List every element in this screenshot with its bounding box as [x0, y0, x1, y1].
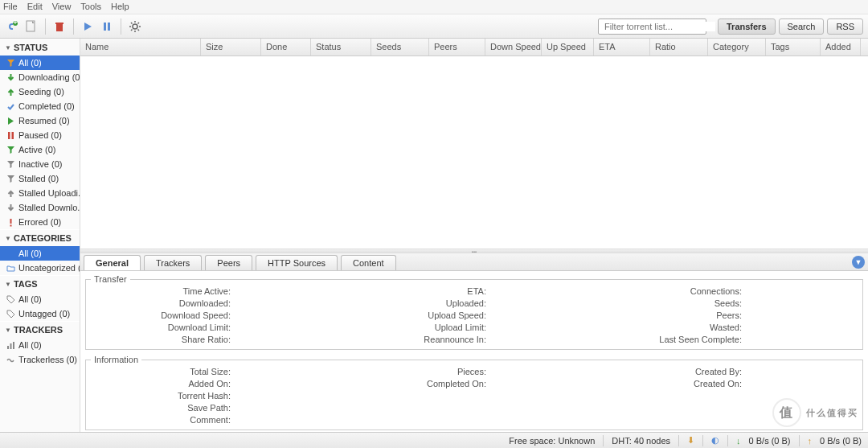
col-seeds[interactable]: Seeds [371, 39, 429, 55]
col-eta[interactable]: ETA [594, 39, 650, 55]
field-value [235, 286, 346, 296]
sidebar-item-categories-0[interactable]: All (0) [0, 246, 80, 261]
sidebar-item-status-11[interactable]: Errored (0) [0, 215, 80, 229]
start-icon[interactable] [80, 19, 95, 34]
section-tags[interactable]: ▼TAGS [0, 275, 80, 292]
field-value [235, 310, 346, 320]
svg-rect-19 [12, 132, 14, 139]
pause-icon[interactable] [100, 19, 114, 34]
svg-line-15 [138, 23, 140, 24]
separator [702, 435, 703, 446]
section-status[interactable]: ▼STATUS [0, 39, 80, 55]
check-icon [6, 102, 15, 111]
bars-icon [6, 341, 15, 350]
col-added[interactable]: Added [821, 39, 861, 55]
col-tags[interactable]: Tags [766, 39, 821, 55]
sidebar-item-status-3[interactable]: Completed (0) [0, 99, 80, 113]
col-size[interactable]: Size [201, 39, 261, 55]
section-trackers[interactable]: ▼TRACKERS [0, 321, 80, 338]
sidebar-item-status-6[interactable]: Active (0) [0, 142, 80, 157]
field-value [747, 298, 858, 308]
sidebar-item-label: Inactive (0) [18, 159, 62, 169]
sidebar-item-status-2[interactable]: Seeding (0) [0, 84, 80, 99]
menu-view[interactable]: View [52, 2, 72, 12]
sidebar-item-status-4[interactable]: Resumed (0) [0, 113, 80, 128]
field-label: Upload Speed: [346, 310, 491, 320]
main-tabs: Transfers Search RSS [718, 18, 863, 35]
sidebar-item-status-9[interactable]: Stalled Uploadi... [0, 186, 80, 200]
menu-tools[interactable]: Tools [80, 2, 101, 12]
dtab-peers[interactable]: Peers [205, 255, 252, 270]
svg-text:+: + [13, 19, 18, 27]
col-name[interactable]: Name [80, 39, 201, 55]
speed-icon[interactable]: ◐ [711, 435, 719, 446]
sidebar-item-tags-0[interactable]: All (0) [0, 292, 80, 306]
separator [678, 435, 679, 446]
up-arrow-icon: ↑ [808, 436, 813, 446]
sidebar-item-label: Stalled (0) [18, 174, 59, 183]
dtab-content[interactable]: Content [341, 255, 396, 270]
field-value [235, 298, 346, 308]
settings-icon[interactable] [128, 19, 142, 34]
funnel-icon [6, 160, 15, 169]
tag-icon [6, 310, 15, 319]
sidebar-item-trackers-1[interactable]: Trackerless (0) [0, 352, 80, 367]
col-up-speed[interactable]: Up Speed [542, 39, 594, 55]
dtab-http[interactable]: HTTP Sources [256, 255, 338, 270]
torrent-list[interactable] [80, 56, 868, 249]
sidebar-item-tags-1[interactable]: Untagged (0) [0, 306, 80, 321]
field-label: Total Size: [91, 366, 235, 376]
add-link-icon[interactable]: + [5, 19, 19, 34]
sidebar-item-status-10[interactable]: Stalled Downlo... [0, 200, 80, 215]
sidebar-item-label: All (0) [18, 58, 42, 68]
sidebar-item-status-7[interactable]: Inactive (0) [0, 157, 80, 171]
svg-rect-22 [7, 346, 9, 349]
filter-input[interactable] [604, 22, 715, 31]
col-down-speed[interactable]: Down Speed [485, 39, 542, 55]
field-value [491, 366, 602, 376]
add-file-icon[interactable] [24, 19, 39, 34]
field-value [235, 402, 346, 413]
sidebar-item-trackers-0[interactable]: All (0) [0, 338, 80, 352]
field-label: Save Path: [91, 402, 235, 413]
field-value [491, 390, 602, 401]
col-done[interactable]: Done [261, 39, 311, 55]
sidebar-item-status-0[interactable]: All (0) [0, 55, 80, 70]
svg-line-13 [138, 29, 140, 31]
field-value [747, 310, 858, 320]
chevron-down-icon: ▼ [5, 44, 11, 51]
sidebar-item-status-1[interactable]: Downloading (0) [0, 70, 80, 84]
svg-point-7 [133, 24, 137, 29]
dtab-trackers[interactable]: Trackers [144, 255, 202, 270]
col-ratio[interactable]: Ratio [650, 39, 708, 55]
delete-icon[interactable] [52, 19, 67, 34]
filter-search[interactable] [598, 18, 706, 35]
info-fieldset: Information Total Size:Pieces:Created By… [85, 355, 863, 430]
dtab-general[interactable]: General [84, 255, 141, 270]
col-peers[interactable]: Peers [429, 39, 485, 55]
tab-rss[interactable]: RSS [827, 18, 863, 35]
field-label: Time Active: [91, 286, 235, 296]
transfer-legend: Transfer [91, 274, 130, 284]
sb-down: 0 B/s (0 B) [749, 436, 791, 446]
menu-edit[interactable]: Edit [27, 2, 43, 12]
column-headers: NameSizeDoneStatusSeedsPeersDown SpeedUp… [80, 39, 868, 56]
menu-file[interactable]: File [3, 2, 18, 12]
tab-search[interactable]: Search [779, 18, 825, 35]
expand-icon[interactable]: ▼ [852, 256, 865, 269]
sidebar-item-status-5[interactable]: Paused (0) [0, 128, 80, 142]
col-category[interactable]: Category [708, 39, 766, 55]
field-label: Last Seen Complete: [602, 334, 747, 344]
tab-transfers[interactable]: Transfers [718, 18, 776, 35]
svg-rect-5 [104, 23, 106, 31]
col-status[interactable]: Status [311, 39, 371, 55]
chevron-down-icon: ▼ [5, 235, 11, 242]
sidebar-item-categories-1[interactable]: Uncategorized (0) [0, 261, 80, 275]
down-arrow-icon: ↓ [736, 436, 741, 446]
section-categories[interactable]: ▼CATEGORIES [0, 229, 80, 246]
sidebar-item-label: Trackerless (0) [18, 355, 77, 364]
field-label: Pieces: [346, 366, 491, 376]
sidebar-item-status-8[interactable]: Stalled (0) [0, 171, 80, 186]
menu-help[interactable]: Help [111, 2, 129, 12]
plug-icon[interactable]: ⬇ [687, 435, 694, 446]
